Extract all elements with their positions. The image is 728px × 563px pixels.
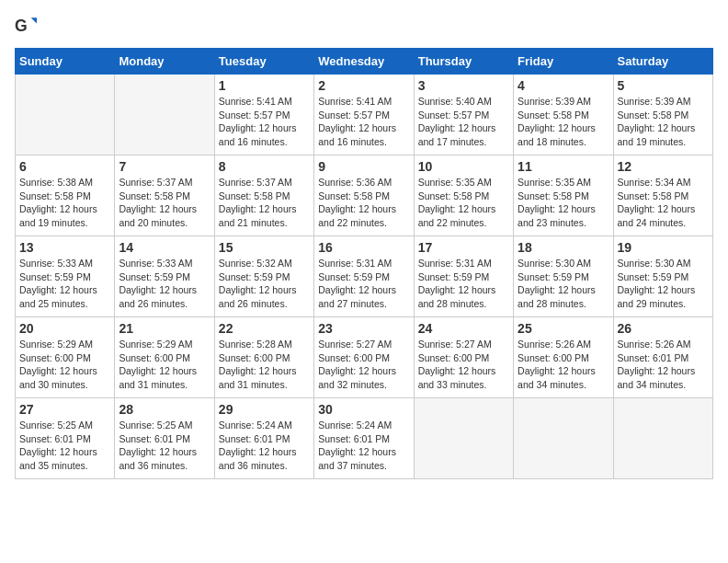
weekday-header-friday: Friday bbox=[514, 49, 613, 75]
day-info: Sunrise: 5:30 AM Sunset: 5:59 PM Dayligh… bbox=[518, 257, 609, 311]
day-number: 13 bbox=[19, 240, 110, 255]
day-info: Sunrise: 5:35 AM Sunset: 5:58 PM Dayligh… bbox=[518, 176, 609, 230]
calendar-cell: 14Sunrise: 5:33 AM Sunset: 5:59 PM Dayli… bbox=[115, 236, 214, 317]
day-info: Sunrise: 5:30 AM Sunset: 5:59 PM Dayligh… bbox=[618, 257, 709, 311]
calendar-cell bbox=[16, 75, 115, 155]
page-header: G bbox=[15, 15, 713, 37]
day-info: Sunrise: 5:34 AM Sunset: 5:58 PM Dayligh… bbox=[618, 176, 709, 230]
day-number: 23 bbox=[318, 321, 409, 336]
weekday-header-monday: Monday bbox=[115, 49, 214, 75]
day-number: 26 bbox=[618, 321, 709, 336]
day-number: 12 bbox=[618, 159, 709, 174]
day-info: Sunrise: 5:31 AM Sunset: 5:59 PM Dayligh… bbox=[318, 257, 409, 311]
day-info: Sunrise: 5:37 AM Sunset: 5:58 PM Dayligh… bbox=[119, 176, 210, 230]
day-info: Sunrise: 5:40 AM Sunset: 5:57 PM Dayligh… bbox=[418, 95, 509, 149]
day-number: 4 bbox=[518, 78, 609, 93]
day-number: 16 bbox=[318, 240, 409, 255]
day-number: 17 bbox=[418, 240, 509, 255]
calendar-cell: 21Sunrise: 5:29 AM Sunset: 6:00 PM Dayli… bbox=[115, 317, 214, 398]
calendar-cell: 30Sunrise: 5:24 AM Sunset: 6:01 PM Dayli… bbox=[314, 398, 414, 479]
calendar-cell: 27Sunrise: 5:25 AM Sunset: 6:01 PM Dayli… bbox=[16, 398, 115, 479]
day-info: Sunrise: 5:33 AM Sunset: 5:59 PM Dayligh… bbox=[119, 257, 210, 311]
day-info: Sunrise: 5:28 AM Sunset: 6:00 PM Dayligh… bbox=[219, 338, 310, 392]
day-number: 19 bbox=[618, 240, 709, 255]
day-info: Sunrise: 5:29 AM Sunset: 6:00 PM Dayligh… bbox=[19, 338, 110, 392]
day-number: 7 bbox=[119, 159, 210, 174]
day-number: 27 bbox=[19, 402, 110, 417]
day-number: 14 bbox=[119, 240, 210, 255]
weekday-header-saturday: Saturday bbox=[613, 49, 712, 75]
day-number: 29 bbox=[219, 402, 310, 417]
day-number: 20 bbox=[19, 321, 110, 336]
calendar-cell: 9Sunrise: 5:36 AM Sunset: 5:58 PM Daylig… bbox=[314, 155, 414, 236]
calendar-cell: 6Sunrise: 5:38 AM Sunset: 5:58 PM Daylig… bbox=[16, 155, 115, 236]
day-info: Sunrise: 5:25 AM Sunset: 6:01 PM Dayligh… bbox=[119, 419, 210, 473]
day-info: Sunrise: 5:25 AM Sunset: 6:01 PM Dayligh… bbox=[19, 419, 110, 473]
day-info: Sunrise: 5:26 AM Sunset: 6:00 PM Dayligh… bbox=[518, 338, 609, 392]
day-number: 28 bbox=[119, 402, 210, 417]
logo: G bbox=[15, 15, 40, 37]
calendar-cell: 26Sunrise: 5:26 AM Sunset: 6:01 PM Dayli… bbox=[613, 317, 712, 398]
calendar-cell bbox=[514, 398, 613, 479]
calendar-cell: 29Sunrise: 5:24 AM Sunset: 6:01 PM Dayli… bbox=[214, 398, 313, 479]
svg-marker-1 bbox=[31, 17, 37, 23]
calendar-cell: 5Sunrise: 5:39 AM Sunset: 5:58 PM Daylig… bbox=[613, 75, 712, 155]
day-number: 24 bbox=[418, 321, 509, 336]
calendar-cell: 16Sunrise: 5:31 AM Sunset: 5:59 PM Dayli… bbox=[314, 236, 414, 317]
day-number: 30 bbox=[318, 402, 409, 417]
day-info: Sunrise: 5:39 AM Sunset: 5:58 PM Dayligh… bbox=[618, 95, 709, 149]
calendar-cell: 13Sunrise: 5:33 AM Sunset: 5:59 PM Dayli… bbox=[16, 236, 115, 317]
day-number: 11 bbox=[518, 159, 609, 174]
svg-text:G: G bbox=[15, 17, 28, 35]
weekday-header-wednesday: Wednesday bbox=[314, 49, 414, 75]
day-info: Sunrise: 5:35 AM Sunset: 5:58 PM Dayligh… bbox=[418, 176, 509, 230]
calendar-table: SundayMondayTuesdayWednesdayThursdayFrid… bbox=[15, 48, 713, 479]
day-number: 2 bbox=[318, 78, 409, 93]
day-info: Sunrise: 5:33 AM Sunset: 5:59 PM Dayligh… bbox=[19, 257, 110, 311]
day-info: Sunrise: 5:26 AM Sunset: 6:01 PM Dayligh… bbox=[618, 338, 709, 392]
calendar-cell: 11Sunrise: 5:35 AM Sunset: 5:58 PM Dayli… bbox=[514, 155, 613, 236]
calendar-cell: 4Sunrise: 5:39 AM Sunset: 5:58 PM Daylig… bbox=[514, 75, 613, 155]
calendar-cell bbox=[613, 398, 712, 479]
calendar-cell bbox=[115, 75, 214, 155]
calendar-cell: 22Sunrise: 5:28 AM Sunset: 6:00 PM Dayli… bbox=[214, 317, 313, 398]
day-number: 5 bbox=[618, 78, 709, 93]
day-number: 25 bbox=[518, 321, 609, 336]
day-number: 9 bbox=[318, 159, 409, 174]
calendar-cell: 8Sunrise: 5:37 AM Sunset: 5:58 PM Daylig… bbox=[214, 155, 313, 236]
weekday-header-thursday: Thursday bbox=[414, 49, 513, 75]
calendar-cell: 25Sunrise: 5:26 AM Sunset: 6:00 PM Dayli… bbox=[514, 317, 613, 398]
day-number: 3 bbox=[418, 78, 509, 93]
day-info: Sunrise: 5:38 AM Sunset: 5:58 PM Dayligh… bbox=[19, 176, 110, 230]
day-number: 6 bbox=[19, 159, 110, 174]
day-info: Sunrise: 5:24 AM Sunset: 6:01 PM Dayligh… bbox=[219, 419, 310, 473]
calendar-cell: 17Sunrise: 5:31 AM Sunset: 5:59 PM Dayli… bbox=[414, 236, 513, 317]
calendar-cell: 28Sunrise: 5:25 AM Sunset: 6:01 PM Dayli… bbox=[115, 398, 214, 479]
calendar-cell: 1Sunrise: 5:41 AM Sunset: 5:57 PM Daylig… bbox=[214, 75, 313, 155]
calendar-cell: 2Sunrise: 5:41 AM Sunset: 5:57 PM Daylig… bbox=[314, 75, 414, 155]
day-number: 21 bbox=[119, 321, 210, 336]
calendar-cell bbox=[414, 398, 513, 479]
calendar-cell: 24Sunrise: 5:27 AM Sunset: 6:00 PM Dayli… bbox=[414, 317, 513, 398]
day-number: 18 bbox=[518, 240, 609, 255]
day-info: Sunrise: 5:29 AM Sunset: 6:00 PM Dayligh… bbox=[119, 338, 210, 392]
day-info: Sunrise: 5:37 AM Sunset: 5:58 PM Dayligh… bbox=[219, 176, 310, 230]
day-info: Sunrise: 5:27 AM Sunset: 6:00 PM Dayligh… bbox=[418, 338, 509, 392]
day-info: Sunrise: 5:41 AM Sunset: 5:57 PM Dayligh… bbox=[318, 95, 409, 149]
calendar-cell: 7Sunrise: 5:37 AM Sunset: 5:58 PM Daylig… bbox=[115, 155, 214, 236]
calendar-cell: 3Sunrise: 5:40 AM Sunset: 5:57 PM Daylig… bbox=[414, 75, 513, 155]
logo-icon: G bbox=[15, 15, 37, 37]
day-number: 10 bbox=[418, 159, 509, 174]
calendar-cell: 18Sunrise: 5:30 AM Sunset: 5:59 PM Dayli… bbox=[514, 236, 613, 317]
calendar-cell: 15Sunrise: 5:32 AM Sunset: 5:59 PM Dayli… bbox=[214, 236, 313, 317]
day-info: Sunrise: 5:41 AM Sunset: 5:57 PM Dayligh… bbox=[219, 95, 310, 149]
day-info: Sunrise: 5:32 AM Sunset: 5:59 PM Dayligh… bbox=[219, 257, 310, 311]
day-info: Sunrise: 5:31 AM Sunset: 5:59 PM Dayligh… bbox=[418, 257, 509, 311]
calendar-cell: 20Sunrise: 5:29 AM Sunset: 6:00 PM Dayli… bbox=[16, 317, 115, 398]
calendar-cell: 12Sunrise: 5:34 AM Sunset: 5:58 PM Dayli… bbox=[613, 155, 712, 236]
day-number: 15 bbox=[219, 240, 310, 255]
calendar-cell: 19Sunrise: 5:30 AM Sunset: 5:59 PM Dayli… bbox=[613, 236, 712, 317]
calendar-cell: 23Sunrise: 5:27 AM Sunset: 6:00 PM Dayli… bbox=[314, 317, 414, 398]
day-info: Sunrise: 5:39 AM Sunset: 5:58 PM Dayligh… bbox=[518, 95, 609, 149]
day-info: Sunrise: 5:36 AM Sunset: 5:58 PM Dayligh… bbox=[318, 176, 409, 230]
